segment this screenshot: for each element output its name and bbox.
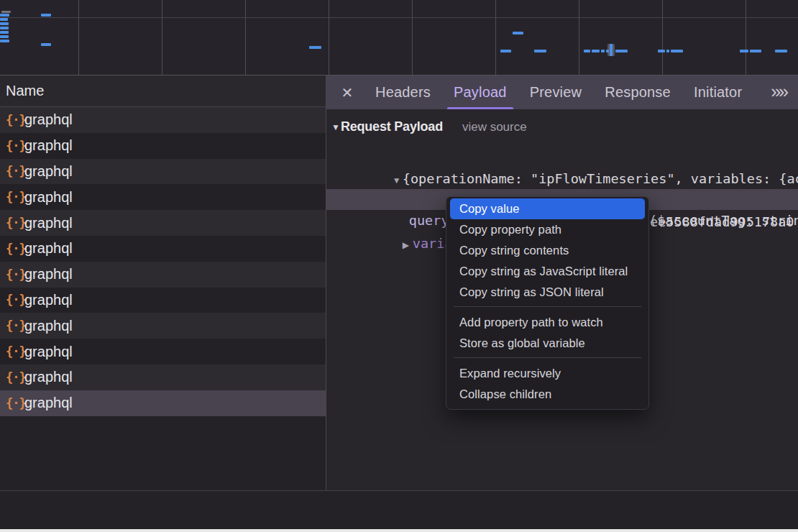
request-timeline-bar: [0, 35, 9, 38]
menu-item-copy-string-as-json-literal[interactable]: Copy string as JSON literal: [450, 282, 645, 303]
request-timeline-bar: [606, 50, 609, 52]
request-timeline-bar: [584, 50, 590, 52]
overview-gridline: [329, 0, 329, 75]
request-timeline-bar: [740, 50, 748, 52]
menu-item-copy-string-contents[interactable]: Copy string contents: [450, 240, 645, 261]
request-row[interactable]: {·}graphql: [0, 210, 326, 236]
request-row[interactable]: {·}graphql: [0, 107, 326, 133]
overview-gridline: [495, 0, 496, 75]
overview-gridline: [412, 0, 413, 75]
tab-initiator[interactable]: Initiator: [692, 75, 744, 109]
request-row[interactable]: {·}graphql: [0, 184, 326, 210]
menu-item-collapse-children[interactable]: Collapse children: [450, 384, 645, 405]
json-icon: {·}: [6, 139, 24, 153]
menu-item-copy-value[interactable]: Copy value: [450, 198, 645, 219]
request-timeline-bar: [0, 27, 9, 29]
request-row[interactable]: {·}graphql: [0, 339, 326, 364]
request-timeline-bar: [0, 22, 9, 25]
request-name: graphql: [24, 240, 73, 257]
request-timeline-bar: [0, 14, 9, 17]
json-icon: {·}: [6, 267, 24, 282]
request-name: graphql: [24, 369, 73, 385]
request-row[interactable]: {·}graphql: [0, 288, 326, 313]
request-name: graphql: [24, 215, 73, 231]
tab-headers[interactable]: Headers: [373, 75, 433, 109]
menu-separator: [454, 306, 641, 307]
request-name: graphql: [24, 266, 73, 283]
request-list-panel: Name {·}graphql{·}graphql{·}graphql{·}gr…: [0, 75, 326, 490]
request-timeline-bar: [658, 50, 665, 52]
network-overview-timeline[interactable]: [0, 0, 798, 75]
menu-item-expand-recursively[interactable]: Expand recursively: [450, 363, 645, 384]
overview-gridline: [162, 0, 162, 75]
request-timeline-bar: [309, 46, 321, 49]
request-rows: {·}graphql{·}graphql{·}graphql{·}graphql…: [0, 107, 326, 416]
tree-row-operationname[interactable]: operationName: "ipFlowTimeseries": [326, 169, 798, 191]
footer-area: [0, 491, 798, 532]
request-timeline-bar: [513, 32, 523, 35]
json-icon: {·}: [6, 216, 24, 230]
request-name: graphql: [24, 163, 73, 180]
request-timeline-bar: [775, 50, 787, 52]
json-icon: {·}: [6, 344, 24, 359]
triangle-right-icon[interactable]: ▶: [403, 234, 413, 256]
request-timeline-bar: [666, 50, 669, 52]
request-row[interactable]: {·}graphql: [0, 364, 326, 390]
request-timeline-bar: [41, 43, 51, 46]
close-icon[interactable]: ✕: [339, 84, 356, 101]
request-name: graphql: [24, 344, 73, 360]
request-row[interactable]: {·}graphql: [0, 133, 326, 159]
request-timeline-bar: [671, 50, 683, 52]
request-payload-section: ▼ Request Payload view source: [331, 119, 527, 134]
json-icon: {·}: [6, 370, 24, 385]
menu-item-store-as-global-variable[interactable]: Store as global variable: [450, 333, 645, 354]
request-timeline-bar: [592, 50, 600, 52]
request-timeline-bar: [0, 31, 9, 34]
details-tab-bar: ✕ HeadersPayloadPreviewResponseInitiator…: [326, 75, 798, 110]
section-collapse-icon[interactable]: ▼: [331, 122, 340, 132]
menu-item-copy-property-path[interactable]: Copy property path: [450, 219, 645, 240]
request-timeline-bar: [500, 50, 511, 52]
tab-preview[interactable]: Preview: [528, 75, 584, 109]
request-name: graphql: [24, 318, 73, 334]
request-timeline-bar: [615, 50, 628, 52]
view-source-link[interactable]: view source: [462, 120, 527, 134]
name-column-header[interactable]: Name: [0, 75, 326, 107]
overview-horizontal-gridline: [0, 17, 798, 18]
request-name: graphql: [24, 292, 73, 308]
request-name: graphql: [24, 189, 73, 206]
request-timeline-bar: [0, 40, 9, 42]
overview-gridline: [662, 0, 663, 75]
request-row[interactable]: {·}graphql: [0, 236, 326, 262]
tabs: HeadersPayloadPreviewResponseInitiator: [373, 75, 744, 109]
overview-gridline: [746, 0, 746, 75]
context-menu: Copy valueCopy property pathCopy string …: [446, 196, 649, 410]
variables-preview-fragment: ee5588fdad995178a0: [650, 211, 794, 233]
request-timeline-bar: [601, 50, 605, 52]
menu-separator: [454, 357, 641, 358]
more-tabs-icon[interactable]: »»: [771, 81, 786, 102]
request-timeline-bar: [41, 14, 51, 17]
request-row[interactable]: {·}graphql: [0, 262, 326, 288]
request-timeline-bar: [534, 50, 546, 52]
tree-row-root[interactable]: ▼{operationName: "ipFlowTimeseries", var…: [326, 147, 798, 168]
json-icon: {·}: [6, 242, 24, 256]
json-icon: {·}: [6, 318, 24, 333]
tab-payload[interactable]: Payload: [451, 75, 509, 109]
tab-response[interactable]: Response: [602, 75, 673, 109]
request-timeline-bar: [0, 18, 8, 21]
request-row[interactable]: {·}graphql: [0, 313, 326, 339]
request-timeline-bar: [1, 11, 11, 13]
menu-item-copy-string-as-javascript-literal[interactable]: Copy string as JavaScript literal: [450, 261, 645, 282]
menu-item-add-property-path-to-watch[interactable]: Add property path to watch: [450, 312, 645, 333]
request-name: graphql: [24, 137, 73, 154]
json-icon: {·}: [6, 293, 24, 307]
request-row[interactable]: {·}graphql: [0, 159, 326, 185]
overview-gridline: [579, 0, 579, 75]
request-timeline-bar: [750, 50, 761, 52]
json-icon: {·}: [6, 190, 24, 204]
overview-gridline: [78, 0, 79, 75]
request-row[interactable]: {·}graphql: [0, 390, 326, 416]
section-title: Request Payload: [341, 119, 443, 134]
request-name: graphql: [24, 111, 73, 128]
